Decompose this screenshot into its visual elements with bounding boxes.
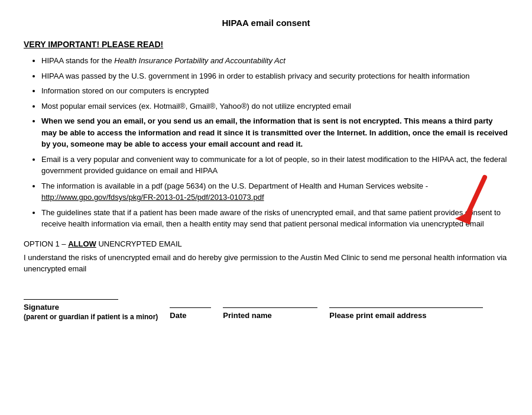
list-item: The information is available in a pdf (p… — [41, 180, 508, 203]
bullet-bold-text: When we send you an email, or you send u… — [41, 116, 508, 148]
bullet-text: HIPAA was passed by the U.S. government … — [41, 72, 470, 80]
option-section: OPTION 1 – ALLOW UNENCRYPTED EMAIL I und… — [24, 239, 508, 275]
signature-row: Signature (parent or guardian if patient… — [24, 289, 508, 321]
list-item-bold: When we send you an email, or you send u… — [41, 115, 508, 150]
bullet-text: Most popular email services (ex. Hotmail… — [41, 102, 351, 111]
svg-line-0 — [467, 177, 485, 216]
signature-sublabel: (parent or guardian if patient is a mino… — [24, 313, 158, 321]
svg-marker-1 — [455, 210, 473, 225]
date-field: Date — [170, 297, 211, 321]
important-heading: VERY IMPORTANT! PLEASE READ! — [24, 40, 508, 49]
email-field: Please print email address — [329, 297, 483, 321]
list-item: HIPAA was passed by the U.S. government … — [41, 70, 508, 82]
bullet-text: Information stored on our computers is e… — [41, 86, 209, 95]
red-arrow-icon — [449, 171, 502, 231]
list-item: The guidelines state that if a patient h… — [41, 207, 508, 230]
option-title-after: UNENCRYPTED EMAIL — [96, 239, 182, 248]
option-body: I understand the risks of unencrypted em… — [24, 252, 508, 275]
option-title-underline: ALLOW — [68, 239, 96, 248]
option-title: OPTION 1 – ALLOW UNENCRYPTED EMAIL — [24, 239, 508, 248]
hipaa-link[interactable]: http://www.gpo.gov/fdsys/pkg/FR-2013-01-… — [41, 193, 264, 202]
bullet-italic: Health Insurance Portability and Account… — [114, 56, 286, 65]
page-title: HIPAA email consent — [24, 18, 508, 28]
page-wrapper: HIPAA email consent VERY IMPORTANT! PLEA… — [24, 18, 508, 321]
email-line — [329, 297, 483, 308]
email-label: Please print email address — [329, 310, 426, 321]
list-item: HIPAA stands for the Health Insurance Po… — [41, 55, 508, 67]
signature-line — [24, 289, 118, 300]
list-item: Email is a very popular and convenient w… — [41, 154, 508, 177]
bullet-text: The guidelines state that if a patient h… — [41, 208, 501, 229]
bullet-text: Email is a very popular and convenient w… — [41, 155, 507, 176]
signature-field: Signature (parent or guardian if patient… — [24, 289, 158, 321]
signature-label: Signature — [24, 302, 59, 313]
printed-name-field: Printed name — [223, 297, 317, 321]
date-label: Date — [170, 310, 186, 321]
printed-name-line — [223, 297, 317, 308]
date-line — [170, 297, 211, 308]
printed-name-label: Printed name — [223, 310, 271, 321]
bullet-list: HIPAA stands for the Health Insurance Po… — [41, 55, 508, 230]
list-item: Most popular email services (ex. Hotmail… — [41, 100, 508, 112]
list-item: Information stored on our computers is e… — [41, 85, 508, 97]
bullet-text-before: The information is available in a pdf (p… — [41, 181, 428, 190]
option-title-before: OPTION 1 – — [24, 239, 68, 248]
bullet-text-before: HIPAA stands for the — [41, 56, 114, 65]
